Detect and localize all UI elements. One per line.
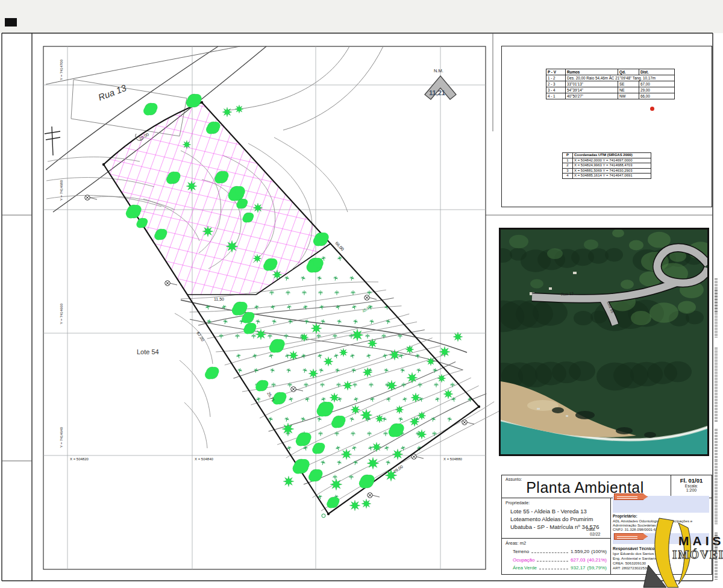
neighbor-lot-label: Lote 54: [137, 348, 159, 355]
plot-stamp-vertical-text: [715, 277, 718, 337]
areas-label: Áreas: m2: [505, 540, 526, 546]
propriedade-line: Lote 55 - Aldeia B - Vereda 13: [510, 508, 587, 514]
sheet-number-cell: Fl. 01/01 Escala: 1:200: [671, 475, 712, 498]
plot-stamp-vertical-text: [715, 346, 718, 422]
title-block-divider: [610, 498, 611, 574]
utm-coordinates-table: PCoordenadas UTM (SIRGAS 2000)1X = 50484…: [562, 152, 651, 179]
scale-label: Escala:: [671, 484, 712, 488]
grid-y-label: Y = 7414660: [60, 296, 63, 332]
digital-signature-stamp-icon: [614, 493, 648, 500]
date-label: Data:: [586, 527, 596, 531]
grid-y-label: Y = 7414700: [60, 52, 63, 88]
satellite-image: [501, 230, 707, 454]
date-value: 02/22: [590, 532, 601, 536]
dimension-label: 11,50: [214, 297, 224, 301]
bearing-distance-table: P - VRumosQd.Dist.1 - 2Des. 20,00 Raio 5…: [546, 69, 675, 99]
plot-stamp-vertical-text: [715, 533, 718, 580]
propriedade-line: Loteamento Aldeias do Prumirim: [510, 516, 593, 522]
grid-y-label: Y = 7414680: [60, 172, 63, 208]
propriedade-label: Propriedade:: [505, 501, 530, 505]
area-row: Terreno1.559,20(100%): [513, 549, 607, 554]
north-declination-value: 11,21: [429, 89, 445, 96]
plot-stamp-vertical-text: [715, 428, 718, 524]
grid-y-label: Y = 7414640: [60, 419, 63, 455]
sheet-number: Fl. 01/01: [671, 477, 712, 484]
grid-x-label: X = 504820: [70, 457, 89, 461]
survey-tables-panel: P - VRumosQd.Dist.1 - 2Des. 20,00 Raio 5…: [501, 46, 712, 207]
scale-value: 1:200: [671, 488, 712, 492]
title-block-divider: [502, 538, 610, 539]
title-block-header: Assunto: Planta Ambiental Fl. 01/01 Esca…: [502, 475, 712, 498]
satellite-photo-inset: Rua 13 Lote 55: [499, 228, 709, 456]
grid-x-label: X = 504880: [443, 457, 462, 461]
area-row: Área Verde932,17(59,79%): [513, 565, 607, 571]
grid-x-label: X = 504840: [195, 457, 213, 461]
area-row: Ocupação627,03(40,21%): [513, 557, 607, 563]
north-label: N.M.: [434, 68, 443, 74]
red-registration-dot: [650, 107, 654, 111]
